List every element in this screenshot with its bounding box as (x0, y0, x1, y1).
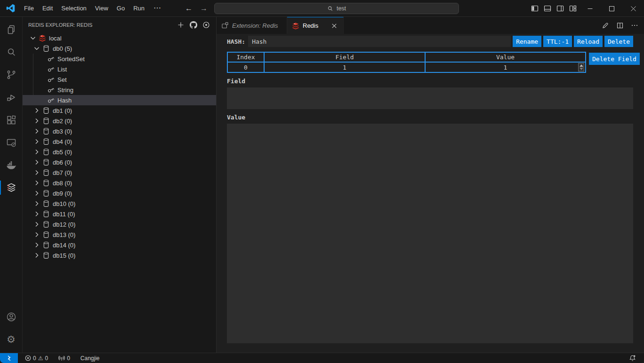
toggle-sidebar-icon[interactable] (528, 0, 541, 17)
spinner-down-icon[interactable] (580, 68, 583, 70)
delete-field-button[interactable]: Delete Field (589, 53, 640, 65)
close-window-button[interactable] (622, 0, 644, 17)
menu-item[interactable]: Selection (57, 0, 90, 17)
tree-chevron-icon (33, 200, 40, 207)
activity-source-control[interactable] (0, 63, 22, 86)
activity-docker[interactable] (0, 154, 22, 176)
settings-button[interactable]: ⚙ (0, 328, 22, 351)
tree-item-label: db8 (0) (53, 180, 72, 187)
row-spinner[interactable] (578, 63, 584, 71)
menu-item[interactable]: File (20, 0, 38, 17)
tree-item[interactable]: local (23, 33, 216, 43)
hash-table-section: Index Field Value 0 1 1 (227, 52, 633, 73)
tree-item[interactable]: db14 (0) (23, 240, 216, 250)
tree-item[interactable]: db3 (0) (23, 126, 216, 136)
field-textarea[interactable] (227, 87, 633, 109)
tree-item[interactable]: Set (23, 74, 216, 85)
customize-layout-icon[interactable] (566, 0, 579, 17)
tree-chevron-icon (33, 169, 40, 176)
spinner-up-icon[interactable] (580, 64, 583, 67)
sidebar-redis-explorer: REDIS EXPLORER: REDIS (23, 17, 217, 353)
forward-arrow-icon[interactable]: → (200, 4, 208, 13)
tree-item-icon (42, 231, 50, 238)
notifications-button[interactable] (626, 355, 639, 362)
key-action-button[interactable]: TTL:-1 (543, 36, 572, 47)
account-button[interactable] (0, 306, 22, 328)
menu-item[interactable]: View (91, 0, 113, 17)
tree-item-icon (42, 189, 50, 197)
activity-extensions[interactable] (0, 109, 22, 131)
close-tab-icon[interactable] (330, 22, 338, 30)
activity-search[interactable] (0, 41, 22, 63)
tree-item[interactable]: db13 (0) (23, 229, 216, 240)
tree-item[interactable]: db2 (0) (23, 116, 216, 126)
key-name-input[interactable] (248, 36, 511, 47)
activity-explorer[interactable] (0, 18, 22, 41)
tree-item-label: Set (57, 76, 67, 83)
sidebar-title: REDIS EXPLORER: REDIS (28, 22, 92, 28)
tree-item[interactable]: db0 (5) (23, 43, 216, 54)
tree-chevron-icon (33, 127, 40, 135)
activity-remote-explorer[interactable] (0, 131, 22, 154)
value-textarea[interactable] (227, 124, 633, 343)
tree-item[interactable]: db9 (0) (23, 188, 216, 198)
menu-item[interactable]: Run (129, 0, 149, 17)
tree-item[interactable]: db10 (0) (23, 198, 216, 209)
tree-item[interactable]: db8 (0) (23, 178, 216, 188)
activity-run-debug[interactable] (0, 86, 22, 109)
command-center-search[interactable]: test (214, 3, 459, 14)
tree-item[interactable]: db4 (0) (23, 136, 216, 147)
extension-preview-icon (221, 22, 229, 29)
tree-item-icon (47, 65, 55, 73)
redis-key-editor: HASH: RenameTTL:-1ReloadDelete Index Fie… (217, 34, 644, 353)
tree-item[interactable]: db7 (0) (23, 167, 216, 178)
tree-item[interactable]: db12 (0) (23, 219, 216, 229)
toggle-secondary-sidebar-icon[interactable] (554, 0, 566, 17)
cell-index[interactable]: 0 (227, 62, 264, 72)
more-actions-icon[interactable] (631, 22, 638, 29)
ports-item[interactable]: 0 (55, 353, 73, 363)
menu-item[interactable]: Edit (38, 0, 57, 17)
toggle-panel-icon[interactable] (541, 0, 554, 17)
tree-item[interactable]: db15 (0) (23, 250, 216, 260)
key-header-row: HASH: RenameTTL:-1ReloadDelete (227, 35, 633, 47)
problems-item[interactable]: 0 ⚠ 0 (22, 353, 51, 363)
menu-item[interactable]: Go (113, 0, 129, 17)
minimize-button[interactable] (579, 0, 601, 17)
language-mode-item[interactable]: Cangjie (77, 353, 103, 363)
remote-indicator[interactable] (0, 353, 18, 363)
bell-icon (629, 355, 636, 362)
tree-item[interactable]: List (23, 64, 216, 74)
table-row[interactable]: 0 1 1 (227, 62, 586, 72)
back-arrow-icon[interactable]: ← (185, 4, 193, 13)
tree-chevron-icon (33, 117, 40, 125)
key-action-button[interactable]: Delete (604, 36, 633, 47)
tree-item[interactable]: db11 (0) (23, 209, 216, 219)
tree-item[interactable]: Hash (23, 95, 216, 105)
tab-redis[interactable]: Redis (287, 17, 344, 34)
tree-item-icon (47, 55, 55, 63)
maximize-button[interactable] (601, 0, 622, 17)
tree-item-label: db15 (0) (53, 252, 75, 259)
activity-redis-explorer[interactable] (0, 176, 22, 199)
tree-item[interactable]: db5 (0) (23, 147, 216, 157)
menu-more-button[interactable]: ⋯ (149, 0, 166, 17)
key-action-button[interactable]: Reload (574, 36, 603, 47)
edit-icon[interactable] (602, 22, 609, 29)
add-connection-button[interactable] (177, 21, 185, 29)
tree-item[interactable]: db1 (0) (23, 105, 216, 116)
cell-value[interactable]: 1 (425, 62, 586, 72)
tree-item[interactable]: String (23, 85, 216, 95)
issues-button[interactable] (202, 21, 210, 29)
tab-bar: Extension: Redis Redis (217, 17, 644, 34)
cell-field[interactable]: 1 (264, 62, 425, 72)
tree-item-icon (47, 96, 55, 104)
tree-item[interactable]: SortedSet (23, 54, 216, 64)
col-value: Value (425, 52, 586, 62)
tree-item[interactable]: db6 (0) (23, 157, 216, 167)
split-editor-icon[interactable] (616, 22, 624, 29)
key-action-button[interactable]: Rename (513, 36, 541, 47)
github-button[interactable] (189, 21, 198, 29)
tab-extension-redis[interactable]: Extension: Redis (217, 17, 287, 34)
vscode-logo-icon (6, 4, 15, 13)
